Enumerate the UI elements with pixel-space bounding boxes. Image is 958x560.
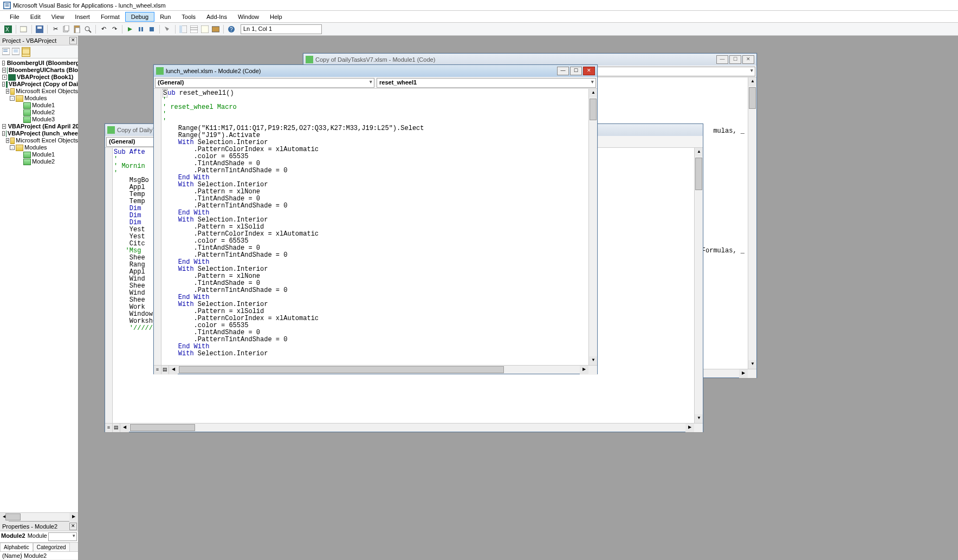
window-titlebar[interactable]: lunch_wheel.xlsm - Module2 (Code) — ☐ ✕ <box>154 65 597 77</box>
code-line[interactable]: .PatternTintAndShade = 0 <box>163 167 588 174</box>
property-row[interactable]: (Name)Module2 <box>0 552 78 560</box>
copy-button[interactable] <box>61 24 71 34</box>
code-line[interactable]: .PatternTintAndShade = 0 <box>163 203 588 210</box>
tree-toggle-icon[interactable]: + <box>2 68 6 73</box>
window-titlebar[interactable]: Copy of DailyTasksV7.xlsm - Module1 (Cod… <box>303 54 756 66</box>
procedure-dropdown[interactable]: reset_wheel1 <box>377 78 596 88</box>
tree-item[interactable]: +Microsoft Excel Objects <box>0 88 78 95</box>
tree-toggle-icon[interactable]: - <box>2 82 5 87</box>
undo-button[interactable]: ↶ <box>99 24 108 34</box>
menu-window[interactable]: Window <box>232 12 264 21</box>
tree-toggle-icon[interactable]: + <box>6 138 10 143</box>
tree-toggle-icon[interactable]: + <box>2 75 7 80</box>
help-button[interactable]: ? <box>226 24 236 34</box>
tree-toggle-icon[interactable]: - <box>10 145 15 150</box>
minimize-button[interactable]: — <box>557 67 569 75</box>
scroll-thumb[interactable] <box>695 158 702 190</box>
object-browser-button[interactable] <box>200 24 210 34</box>
menu-tools[interactable]: Tools <box>176 12 201 21</box>
design-mode-button[interactable] <box>163 24 172 34</box>
scroll-thumb[interactable] <box>5 513 21 520</box>
break-button[interactable] <box>136 24 146 34</box>
maximize-button[interactable]: ☐ <box>729 55 741 64</box>
vertical-scrollbar[interactable]: ▲ ▼ <box>748 77 756 369</box>
tree-item[interactable]: Module2 <box>0 109 78 116</box>
cut-button[interactable]: ✂ <box>50 24 60 34</box>
vertical-scrollbar[interactable]: ▲ ▼ <box>588 89 597 365</box>
code-line[interactable]: ' reset_wheel Macro <box>163 104 588 111</box>
project-tree-hscroll[interactable]: ◀ ▶ <box>0 512 78 521</box>
redo-button[interactable]: ↷ <box>109 24 119 34</box>
full-module-view-button[interactable]: ▤ <box>161 366 169 374</box>
view-code-button[interactable] <box>2 48 10 56</box>
properties-grid[interactable]: (Name)Module2 <box>0 552 78 560</box>
tab-categorized[interactable]: Categorized <box>33 543 70 551</box>
procedure-view-button[interactable]: ≡ <box>105 424 113 432</box>
tree-item[interactable]: Module2 <box>0 158 78 165</box>
tree-item[interactable]: Module1 <box>0 151 78 158</box>
scroll-thumb[interactable] <box>749 87 756 109</box>
toolbox-button[interactable] <box>211 24 221 34</box>
close-button[interactable]: ✕ <box>583 67 595 75</box>
menu-insert[interactable]: Insert <box>69 12 95 21</box>
minimize-button[interactable]: — <box>716 55 728 64</box>
menu-run[interactable]: Run <box>154 12 176 21</box>
insert-dropdown-button[interactable] <box>19 24 29 34</box>
tree-item[interactable]: Module3 <box>0 116 78 123</box>
close-button[interactable]: ✕ <box>742 55 754 64</box>
tree-item[interactable]: Module1 <box>0 102 78 109</box>
scroll-up-icon[interactable]: ▲ <box>748 77 756 86</box>
menu-format[interactable]: Format <box>95 12 125 21</box>
code-line[interactable]: .PatternTintAndShade = 0 <box>163 336 588 343</box>
scroll-up-icon[interactable]: ▲ <box>589 89 597 97</box>
close-icon[interactable]: ✕ <box>69 523 77 530</box>
scroll-right-icon[interactable]: ▶ <box>69 513 78 522</box>
find-button[interactable] <box>83 24 93 34</box>
code-line[interactable]: ' <box>163 111 588 118</box>
horizontal-scrollbar[interactable]: ≡ ▤ ◀ ▶ <box>105 423 703 432</box>
menu-help[interactable]: Help <box>264 12 288 21</box>
scroll-left-icon[interactable]: ◀ <box>169 366 178 374</box>
tree-item[interactable]: -BloombergUI (Bloomberg <box>0 60 78 67</box>
scroll-down-icon[interactable]: ▼ <box>589 356 597 365</box>
tab-alphabetic[interactable]: Alphabetic <box>0 543 33 551</box>
object-dropdown[interactable]: (General) <box>155 78 374 88</box>
tree-item[interactable]: -VBAProject (Copy of Dai <box>0 81 78 88</box>
tree-item[interactable]: -Modules <box>0 144 78 151</box>
code-line[interactable]: .PatternTintAndShade = 0 <box>163 252 588 259</box>
scroll-down-icon[interactable]: ▼ <box>695 414 703 423</box>
procedure-view-button[interactable]: ≡ <box>154 366 161 374</box>
scroll-right-icon[interactable]: ▶ <box>685 424 694 432</box>
code-editor[interactable]: Sub reset_wheel1()'' reset_wheel Macro''… <box>161 89 588 365</box>
paste-button[interactable] <box>72 24 82 34</box>
properties-button[interactable] <box>189 24 199 34</box>
tree-toggle-icon[interactable]: - <box>2 131 5 136</box>
tree-item[interactable]: +VBAProject (End April 20 <box>0 123 78 130</box>
project-explorer-button[interactable] <box>178 24 188 34</box>
toggle-folders-button[interactable] <box>22 47 30 57</box>
code-window-lunchwheel-module2[interactable]: lunch_wheel.xlsm - Module2 (Code) — ☐ ✕ … <box>153 64 598 374</box>
scroll-thumb[interactable] <box>130 424 195 431</box>
maximize-button[interactable]: ☐ <box>570 67 582 75</box>
menu-edit[interactable]: Edit <box>25 12 46 21</box>
property-value[interactable]: Module2 <box>22 552 49 559</box>
menu-addins[interactable]: Add-Ins <box>201 12 232 21</box>
horizontal-scrollbar[interactable]: ≡ ▤ ◀ ▶ <box>154 365 597 374</box>
tree-toggle-icon[interactable]: - <box>10 96 15 101</box>
full-module-view-button[interactable]: ▤ <box>113 424 120 432</box>
run-button[interactable] <box>125 24 135 34</box>
scroll-down-icon[interactable]: ▼ <box>748 360 756 369</box>
scroll-left-icon[interactable]: ◀ <box>120 424 129 432</box>
properties-object-selector[interactable]: Module2 Module <box>0 531 78 543</box>
scroll-right-icon[interactable]: ▶ <box>739 369 748 378</box>
tree-item[interactable]: +VBAProject (Book1) <box>0 74 78 81</box>
code-line[interactable]: Sub reset_wheel1() <box>163 90 588 97</box>
reset-button[interactable] <box>147 24 157 34</box>
tree-item[interactable]: -Modules <box>0 95 78 102</box>
menu-view[interactable]: View <box>46 12 70 21</box>
scroll-thumb[interactable] <box>179 366 504 373</box>
scroll-right-icon[interactable]: ▶ <box>580 366 588 374</box>
tree-item[interactable]: +BloombergUICharts (Blo <box>0 67 78 74</box>
tree-item[interactable]: -VBAProject (lunch_whee <box>0 130 78 137</box>
scroll-thumb[interactable] <box>590 99 597 120</box>
